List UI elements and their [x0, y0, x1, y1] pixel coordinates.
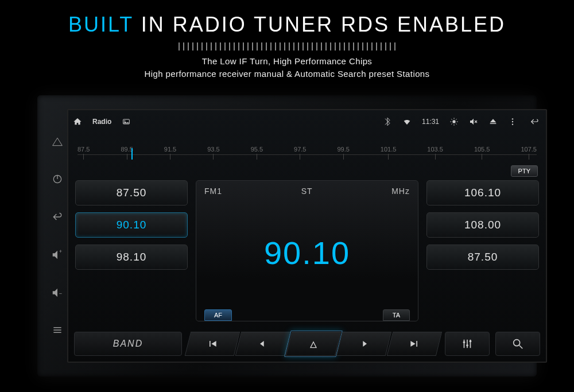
prev-track-button[interactable] — [185, 332, 240, 356]
frequency-dial[interactable]: 87.5 89.5 91.5 93.5 95.5 97.5 99.5 101.5… — [73, 133, 541, 160]
back-icon[interactable] — [528, 117, 541, 126]
back-arrow-button[interactable] — [48, 207, 67, 227]
menu-button[interactable] — [48, 320, 67, 340]
svg-point-21 — [463, 341, 466, 343]
svg-line-14 — [456, 119, 456, 119]
tick-label: 93.5 — [207, 146, 219, 153]
preset-6[interactable]: 87.50 — [426, 244, 539, 270]
app-label: Radio — [92, 118, 111, 126]
current-frequency: 90.10 — [204, 196, 410, 309]
svg-point-24 — [514, 340, 520, 346]
touchscreen: Radio 11:31 — [67, 109, 547, 363]
subtitle-2: High performance receiver manual & Autom… — [0, 68, 574, 80]
stereo-indicator: ST — [301, 187, 313, 196]
eq-button[interactable] — [445, 332, 490, 356]
tick-label: 103.5 — [427, 146, 443, 153]
overflow-icon[interactable] — [508, 117, 517, 126]
statusbar: Radio 11:31 — [73, 114, 541, 130]
svg-rect-17 — [490, 123, 497, 124]
svg-point-22 — [466, 344, 468, 347]
svg-line-25 — [519, 346, 523, 349]
triangle-button[interactable] — [48, 132, 67, 152]
title-accent: BUILT — [68, 13, 134, 36]
svg-rect-4 — [123, 119, 130, 124]
head-unit: + − Radio 11:31 — [37, 95, 537, 377]
band-button[interactable]: BAND — [74, 332, 182, 356]
mute-icon[interactable] — [469, 117, 478, 126]
wifi-icon[interactable] — [402, 117, 412, 126]
next-track-button[interactable] — [387, 332, 442, 356]
brightness-icon[interactable] — [449, 117, 459, 126]
tick-label: 99.5 — [337, 146, 349, 153]
search-button[interactable] — [495, 332, 540, 356]
volume-up-button[interactable]: + — [48, 245, 67, 265]
tick-label: 87.5 — [77, 146, 90, 153]
tuner-display: FM1 ST MHz 90.10 AF TA — [196, 180, 418, 321]
page-title: BUILT IN RADIO TUNER RDS ENABLED — [0, 13, 574, 37]
physical-button-strip: + − — [48, 109, 67, 363]
svg-point-6 — [452, 120, 455, 123]
dial-marker — [131, 148, 133, 160]
svg-text:−: − — [59, 290, 62, 296]
preset-2[interactable]: 90.10 — [75, 212, 188, 238]
preset-3[interactable]: 98.10 — [75, 244, 188, 270]
title-rest: IN RADIO TUNER RDS ENABLED — [134, 13, 506, 36]
tick-label: 105.5 — [474, 146, 490, 153]
screenshot-icon[interactable] — [122, 117, 131, 126]
tick-label: 97.5 — [294, 146, 306, 153]
subtitle-1: The Low IF Turn, High Performance Chips — [0, 55, 574, 68]
unit-label: MHz — [391, 187, 410, 196]
clock: 11:31 — [422, 118, 439, 126]
seek-up-button[interactable] — [336, 332, 391, 356]
volume-down-button[interactable]: − — [48, 283, 67, 302]
control-bar: BAND — [73, 327, 541, 360]
tick-label: 91.5 — [164, 146, 176, 153]
svg-point-19 — [512, 121, 513, 122]
hero: BUILT IN RADIO TUNER RDS ENABLED The Low… — [0, 0, 574, 80]
bluetooth-icon[interactable] — [383, 117, 392, 126]
svg-point-23 — [470, 340, 472, 343]
svg-point-20 — [512, 123, 513, 125]
svg-line-13 — [451, 123, 452, 124]
tick-label: 107.5 — [521, 146, 537, 153]
preset-column-left: 87.50 90.10 98.10 — [75, 180, 188, 321]
power-button[interactable] — [48, 169, 67, 189]
tick-label: 95.5 — [251, 146, 263, 153]
preset-column-right: 106.10 108.00 87.50 — [426, 180, 539, 321]
tick-label: 101.5 — [381, 146, 397, 153]
pty-button[interactable]: PTY — [511, 165, 538, 177]
svg-point-18 — [512, 118, 513, 119]
preset-4[interactable]: 106.10 — [426, 180, 539, 205]
seek-down-button[interactable] — [235, 332, 290, 356]
main-panel: 87.50 90.10 98.10 FM1 ST MHz 90.10 AF TA… — [73, 180, 541, 321]
eject-icon[interactable] — [488, 117, 498, 126]
scan-up-button[interactable] — [286, 332, 341, 356]
preset-1[interactable]: 87.50 — [75, 180, 188, 205]
preset-5[interactable]: 108.00 — [426, 212, 539, 238]
ta-button[interactable]: TA — [383, 309, 410, 321]
svg-point-5 — [125, 121, 126, 122]
svg-line-11 — [451, 119, 452, 119]
svg-line-12 — [456, 123, 456, 124]
home-icon[interactable] — [73, 117, 82, 126]
title-divider — [69, 41, 505, 52]
band-indicator: FM1 — [204, 187, 222, 196]
af-button[interactable]: AF — [204, 309, 232, 321]
svg-text:+: + — [59, 249, 62, 254]
transport-controls — [188, 332, 439, 356]
